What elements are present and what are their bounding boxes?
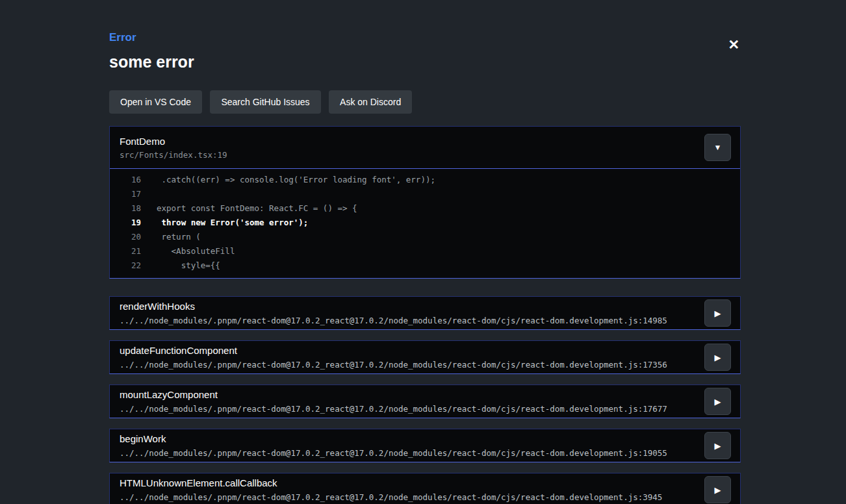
stack-frame: HTMLUnknownElement.callCallback ../../no… [109, 473, 741, 504]
line-number: 22 [110, 258, 141, 273]
open-stack-frame-button[interactable]: ▶ [704, 344, 731, 371]
play-icon: ▶ [715, 486, 721, 494]
stack-frame-meta: renderWithHooks ../../node_modules/.pnpm… [120, 301, 667, 325]
stack-frame: beginWork ../../node_modules/.pnpm/react… [109, 429, 741, 462]
ask-on-discord-button[interactable]: Ask on Discord [329, 90, 412, 114]
line-number: 21 [110, 244, 141, 258]
line-number: 17 [110, 187, 141, 201]
close-button[interactable]: ✕ [728, 38, 739, 51]
action-buttons: Open in VS Code Search GitHub Issues Ask… [109, 90, 741, 114]
play-icon: ▶ [715, 442, 721, 450]
open-in-vscode-button[interactable]: Open in VS Code [109, 90, 202, 114]
stack-trace-list: renderWithHooks ../../node_modules/.pnpm… [109, 296, 741, 504]
stack-frame-meta: updateFunctionComponent ../../node_modul… [120, 345, 667, 370]
close-icon: ✕ [728, 37, 739, 52]
play-icon: ▶ [715, 309, 721, 318]
line-source: export const FontDemo: React.FC = () => … [141, 203, 357, 213]
code-line: 22 style={{ [110, 258, 740, 273]
stack-frame-meta: HTMLUnknownElement.callCallback ../../no… [120, 477, 662, 502]
line-number: 20 [110, 230, 141, 244]
code-frame-title: FontDemo [120, 136, 227, 147]
stack-frame-source: ../../node_modules/.pnpm/react-dom@17.0.… [120, 492, 662, 502]
error-message: some error [109, 53, 741, 71]
line-source: throw new Error('some error'); [141, 218, 308, 227]
code-frame-panel: FontDemo src/Fonts/index.tsx:19 ▼ 16 .ca… [109, 126, 741, 279]
code-line-highlighted: 19 throw new Error('some error'); [110, 216, 740, 230]
stack-frame: renderWithHooks ../../node_modules/.pnpm… [109, 296, 741, 330]
stack-frame-function: updateFunctionComponent [120, 345, 667, 356]
search-github-issues-button[interactable]: Search GitHub Issues [210, 90, 320, 114]
code-frame-header: FontDemo src/Fonts/index.tsx:19 ▼ [110, 127, 740, 169]
line-number: 19 [110, 216, 141, 230]
code-line: 16 .catch((err) => console.log('Error lo… [110, 173, 740, 187]
line-number: 18 [110, 201, 141, 216]
stack-frame-function: HTMLUnknownElement.callCallback [120, 477, 662, 488]
stack-frame-source: ../../node_modules/.pnpm/react-dom@17.0.… [120, 316, 667, 325]
open-stack-frame-button[interactable]: ▶ [704, 388, 731, 415]
play-icon: ▶ [715, 353, 721, 362]
code-line: 17 [110, 187, 740, 201]
line-source: return ( [141, 232, 201, 242]
stack-frame-function: renderWithHooks [120, 301, 667, 312]
stack-frame-meta: beginWork ../../node_modules/.pnpm/react… [120, 433, 667, 458]
error-overlay: { "overlay": { "error_type": "Error", "e… [0, 0, 846, 504]
line-source [141, 189, 157, 199]
line-number: 16 [110, 173, 141, 187]
stack-frame-function: beginWork [120, 433, 667, 444]
stack-frame-meta: mountLazyComponent ../../node_modules/.p… [120, 389, 667, 414]
code-line: 18export const FontDemo: React.FC = () =… [110, 201, 740, 216]
chevron-down-icon: ▼ [714, 144, 722, 151]
open-stack-frame-button[interactable]: ▶ [704, 476, 731, 503]
stack-frame-source: ../../node_modules/.pnpm/react-dom@17.0.… [120, 448, 667, 458]
line-source: <AbsoluteFill [141, 246, 235, 256]
error-type-label: Error [109, 31, 741, 44]
stack-frame: updateFunctionComponent ../../node_modul… [109, 340, 741, 374]
stack-frame-function: mountLazyComponent [120, 389, 667, 400]
stack-frame: mountLazyComponent ../../node_modules/.p… [109, 384, 741, 418]
code-line: 20 return ( [110, 230, 740, 244]
open-stack-frame-button[interactable]: ▶ [704, 432, 731, 459]
code-snippet: 16 .catch((err) => console.log('Error lo… [110, 169, 740, 278]
stack-frame-source: ../../node_modules/.pnpm/react-dom@17.0.… [120, 404, 667, 414]
stack-frame-source: ../../node_modules/.pnpm/react-dom@17.0.… [120, 360, 667, 370]
play-icon: ▶ [715, 397, 721, 406]
line-source: .catch((err) => console.log('Error loadi… [141, 175, 435, 184]
open-stack-frame-button[interactable]: ▶ [704, 299, 731, 327]
code-frame-meta: FontDemo src/Fonts/index.tsx:19 [120, 136, 227, 160]
collapse-code-frame-button[interactable]: ▼ [704, 134, 731, 161]
line-source: style={{ [141, 260, 220, 270]
code-line: 21 <AbsoluteFill [110, 244, 740, 258]
error-overlay-content: ✕ Error some error Open in VS Code Searc… [0, 0, 846, 504]
code-frame-location: src/Fonts/index.tsx:19 [120, 150, 227, 160]
